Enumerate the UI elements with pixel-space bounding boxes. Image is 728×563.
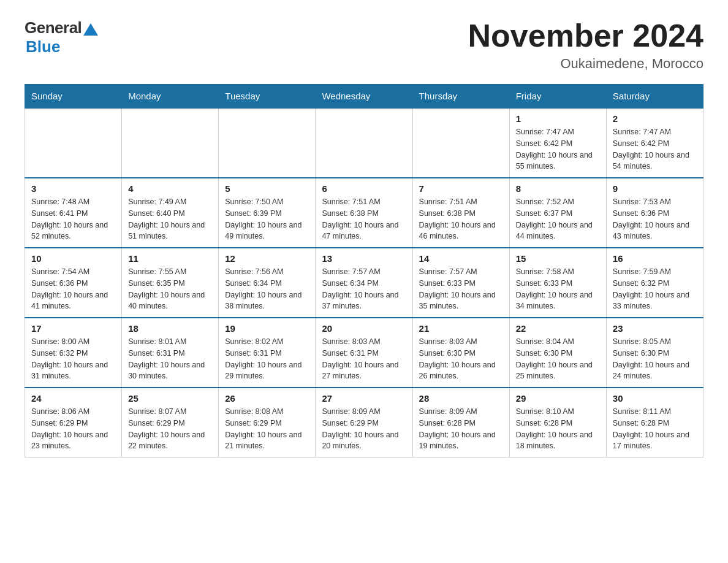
day-number: 15 bbox=[516, 253, 600, 264]
day-info: Sunrise: 8:07 AMSunset: 6:29 PMDaylight:… bbox=[128, 406, 212, 452]
weekday-header-friday: Friday bbox=[509, 85, 606, 109]
day-number: 20 bbox=[322, 323, 406, 334]
month-title: November 2024 bbox=[468, 18, 703, 53]
day-info: Sunrise: 8:10 AMSunset: 6:28 PMDaylight:… bbox=[516, 406, 600, 452]
day-info: Sunrise: 8:05 AMSunset: 6:30 PMDaylight:… bbox=[613, 336, 697, 382]
day-info: Sunrise: 7:50 AMSunset: 6:39 PMDaylight:… bbox=[225, 196, 309, 242]
weekday-header-saturday: Saturday bbox=[606, 85, 703, 109]
day-info: Sunrise: 8:11 AMSunset: 6:28 PMDaylight:… bbox=[613, 406, 697, 452]
day-number: 12 bbox=[225, 253, 309, 264]
calendar-cell: 25Sunrise: 8:07 AMSunset: 6:29 PMDayligh… bbox=[122, 388, 219, 458]
day-number: 5 bbox=[225, 183, 309, 194]
day-number: 19 bbox=[225, 323, 309, 334]
calendar-cell: 27Sunrise: 8:09 AMSunset: 6:29 PMDayligh… bbox=[316, 388, 412, 458]
day-number: 29 bbox=[516, 393, 600, 404]
day-number: 23 bbox=[613, 323, 697, 334]
calendar-cell: 26Sunrise: 8:08 AMSunset: 6:29 PMDayligh… bbox=[219, 388, 316, 458]
day-number: 24 bbox=[31, 393, 115, 404]
day-info: Sunrise: 7:57 AMSunset: 6:34 PMDaylight:… bbox=[322, 266, 406, 312]
week-row-2: 3Sunrise: 7:48 AMSunset: 6:41 PMDaylight… bbox=[25, 178, 703, 248]
week-row-4: 17Sunrise: 8:00 AMSunset: 6:32 PMDayligh… bbox=[25, 318, 703, 388]
day-number: 21 bbox=[419, 323, 503, 334]
day-info: Sunrise: 8:00 AMSunset: 6:32 PMDaylight:… bbox=[31, 336, 115, 382]
day-info: Sunrise: 8:08 AMSunset: 6:29 PMDaylight:… bbox=[225, 406, 309, 452]
calendar-cell: 9Sunrise: 7:53 AMSunset: 6:36 PMDaylight… bbox=[606, 178, 703, 248]
calendar-cell: 20Sunrise: 8:03 AMSunset: 6:31 PMDayligh… bbox=[316, 318, 412, 388]
calendar-cell: 3Sunrise: 7:48 AMSunset: 6:41 PMDaylight… bbox=[25, 178, 122, 248]
day-number: 28 bbox=[419, 393, 503, 404]
calendar-cell bbox=[412, 108, 509, 178]
calendar-cell: 4Sunrise: 7:49 AMSunset: 6:40 PMDaylight… bbox=[122, 178, 219, 248]
logo-blue-text: Blue bbox=[26, 37, 60, 56]
day-number: 22 bbox=[516, 323, 600, 334]
calendar-cell: 23Sunrise: 8:05 AMSunset: 6:30 PMDayligh… bbox=[606, 318, 703, 388]
day-info: Sunrise: 7:49 AMSunset: 6:40 PMDaylight:… bbox=[128, 196, 212, 242]
calendar-cell: 22Sunrise: 8:04 AMSunset: 6:30 PMDayligh… bbox=[509, 318, 606, 388]
day-info: Sunrise: 7:55 AMSunset: 6:35 PMDaylight:… bbox=[128, 266, 212, 312]
day-number: 1 bbox=[516, 113, 600, 124]
calendar-cell: 10Sunrise: 7:54 AMSunset: 6:36 PMDayligh… bbox=[25, 248, 122, 318]
day-number: 16 bbox=[613, 253, 697, 264]
logo-general-text: General bbox=[25, 18, 82, 37]
calendar-table: SundayMondayTuesdayWednesdayThursdayFrid… bbox=[25, 84, 703, 458]
day-info: Sunrise: 7:56 AMSunset: 6:34 PMDaylight:… bbox=[225, 266, 309, 312]
day-number: 3 bbox=[31, 183, 115, 194]
day-info: Sunrise: 8:06 AMSunset: 6:29 PMDaylight:… bbox=[31, 406, 115, 452]
day-info: Sunrise: 7:53 AMSunset: 6:36 PMDaylight:… bbox=[613, 196, 697, 242]
day-info: Sunrise: 7:47 AMSunset: 6:42 PMDaylight:… bbox=[516, 126, 600, 172]
day-number: 17 bbox=[31, 323, 115, 334]
calendar-cell: 18Sunrise: 8:01 AMSunset: 6:31 PMDayligh… bbox=[122, 318, 219, 388]
calendar-cell: 11Sunrise: 7:55 AMSunset: 6:35 PMDayligh… bbox=[122, 248, 219, 318]
calendar-cell: 6Sunrise: 7:51 AMSunset: 6:38 PMDaylight… bbox=[316, 178, 412, 248]
day-info: Sunrise: 8:09 AMSunset: 6:29 PMDaylight:… bbox=[322, 406, 406, 452]
calendar-cell: 14Sunrise: 7:57 AMSunset: 6:33 PMDayligh… bbox=[412, 248, 509, 318]
weekday-header-thursday: Thursday bbox=[412, 85, 509, 109]
day-info: Sunrise: 7:51 AMSunset: 6:38 PMDaylight:… bbox=[419, 196, 503, 242]
calendar-cell: 8Sunrise: 7:52 AMSunset: 6:37 PMDaylight… bbox=[509, 178, 606, 248]
day-number: 18 bbox=[128, 323, 212, 334]
weekday-header-tuesday: Tuesday bbox=[219, 85, 316, 109]
weekday-header-row: SundayMondayTuesdayWednesdayThursdayFrid… bbox=[25, 85, 703, 109]
day-info: Sunrise: 7:59 AMSunset: 6:32 PMDaylight:… bbox=[613, 266, 697, 312]
week-row-5: 24Sunrise: 8:06 AMSunset: 6:29 PMDayligh… bbox=[25, 388, 703, 458]
day-number: 14 bbox=[419, 253, 503, 264]
location-title: Oukaimedene, Morocco bbox=[468, 56, 703, 72]
day-number: 10 bbox=[31, 253, 115, 264]
calendar-cell: 16Sunrise: 7:59 AMSunset: 6:32 PMDayligh… bbox=[606, 248, 703, 318]
day-number: 6 bbox=[322, 183, 406, 194]
calendar-cell: 30Sunrise: 8:11 AMSunset: 6:28 PMDayligh… bbox=[606, 388, 703, 458]
weekday-header-monday: Monday bbox=[122, 85, 219, 109]
logo-triangle-icon bbox=[83, 23, 98, 36]
calendar-cell: 15Sunrise: 7:58 AMSunset: 6:33 PMDayligh… bbox=[509, 248, 606, 318]
calendar-cell: 28Sunrise: 8:09 AMSunset: 6:28 PMDayligh… bbox=[412, 388, 509, 458]
calendar-cell: 2Sunrise: 7:47 AMSunset: 6:42 PMDaylight… bbox=[606, 108, 703, 178]
calendar-cell: 7Sunrise: 7:51 AMSunset: 6:38 PMDaylight… bbox=[412, 178, 509, 248]
weekday-header-sunday: Sunday bbox=[25, 85, 122, 109]
day-number: 30 bbox=[613, 393, 697, 404]
page-header: General Blue November 2024 Oukaimedene, … bbox=[25, 18, 703, 72]
week-row-1: 1Sunrise: 7:47 AMSunset: 6:42 PMDaylight… bbox=[25, 108, 703, 178]
day-info: Sunrise: 7:48 AMSunset: 6:41 PMDaylight:… bbox=[31, 196, 115, 242]
logo: General Blue bbox=[25, 18, 98, 56]
day-number: 11 bbox=[128, 253, 212, 264]
day-number: 13 bbox=[322, 253, 406, 264]
calendar-cell: 24Sunrise: 8:06 AMSunset: 6:29 PMDayligh… bbox=[25, 388, 122, 458]
day-info: Sunrise: 8:04 AMSunset: 6:30 PMDaylight:… bbox=[516, 336, 600, 382]
day-info: Sunrise: 8:02 AMSunset: 6:31 PMDaylight:… bbox=[225, 336, 309, 382]
calendar-cell bbox=[25, 108, 122, 178]
day-info: Sunrise: 7:57 AMSunset: 6:33 PMDaylight:… bbox=[419, 266, 503, 312]
calendar-cell bbox=[122, 108, 219, 178]
day-info: Sunrise: 7:51 AMSunset: 6:38 PMDaylight:… bbox=[322, 196, 406, 242]
calendar-cell: 5Sunrise: 7:50 AMSunset: 6:39 PMDaylight… bbox=[219, 178, 316, 248]
day-number: 27 bbox=[322, 393, 406, 404]
weekday-header-wednesday: Wednesday bbox=[316, 85, 412, 109]
calendar-cell: 1Sunrise: 7:47 AMSunset: 6:42 PMDaylight… bbox=[509, 108, 606, 178]
day-info: Sunrise: 8:09 AMSunset: 6:28 PMDaylight:… bbox=[419, 406, 503, 452]
day-number: 7 bbox=[419, 183, 503, 194]
calendar-cell bbox=[219, 108, 316, 178]
calendar-cell: 21Sunrise: 8:03 AMSunset: 6:30 PMDayligh… bbox=[412, 318, 509, 388]
calendar-cell: 13Sunrise: 7:57 AMSunset: 6:34 PMDayligh… bbox=[316, 248, 412, 318]
day-info: Sunrise: 8:03 AMSunset: 6:31 PMDaylight:… bbox=[322, 336, 406, 382]
day-number: 8 bbox=[516, 183, 600, 194]
day-info: Sunrise: 7:52 AMSunset: 6:37 PMDaylight:… bbox=[516, 196, 600, 242]
